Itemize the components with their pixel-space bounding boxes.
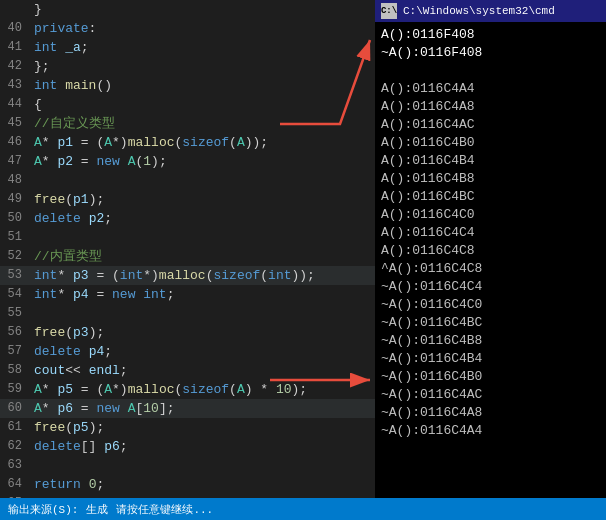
cmd-output-line: ^A():0116C4C8 bbox=[381, 260, 600, 278]
cmd-output-line: A():0116C4B4 bbox=[381, 152, 600, 170]
cmd-output-line: ~A():0116C4C0 bbox=[381, 296, 600, 314]
line-number: 45 bbox=[0, 114, 30, 133]
line-number: 46 bbox=[0, 133, 30, 152]
cmd-output-line: A():0116C4AC bbox=[381, 116, 600, 134]
cmd-output-line: A():0116C4B8 bbox=[381, 170, 600, 188]
line-number: 56 bbox=[0, 323, 30, 342]
code-text: int* p3 = (int*)malloc(sizeof(int)); bbox=[30, 266, 315, 285]
cmd-output-line: ~A():0116C4B0 bbox=[381, 368, 600, 386]
line-number: 47 bbox=[0, 152, 30, 171]
code-text: A* p5 = (A*)malloc(sizeof(A) * 10); bbox=[30, 380, 307, 399]
code-line: 60 A* p6 = new A[10]; bbox=[0, 399, 375, 418]
code-text: A* p2 = new A(1); bbox=[30, 152, 167, 171]
cmd-output-line: A():0116C4C0 bbox=[381, 206, 600, 224]
code-line: 65 } bbox=[0, 494, 375, 498]
code-text: A* p1 = (A*)malloc(sizeof(A)); bbox=[30, 133, 268, 152]
code-line: 48 bbox=[0, 171, 375, 190]
status-extra: 请按任意键继续... bbox=[116, 502, 213, 517]
cmd-output-line: ~A():0116F408 bbox=[381, 44, 600, 62]
line-number: 63 bbox=[0, 456, 30, 475]
line-number: 65 bbox=[0, 494, 30, 498]
cmd-output-line: A():0116C4BC bbox=[381, 188, 600, 206]
line-number: 59 bbox=[0, 380, 30, 399]
line-number: 42 bbox=[0, 57, 30, 76]
code-text: }; bbox=[30, 57, 50, 76]
line-number: 51 bbox=[0, 228, 30, 247]
cmd-output-line bbox=[381, 62, 600, 80]
code-line: 50 delete p2; bbox=[0, 209, 375, 228]
cmd-output-line: A():0116C4A4 bbox=[381, 80, 600, 98]
code-text: } bbox=[30, 494, 42, 498]
cmd-output-line: ~A():0116C4A4 bbox=[381, 422, 600, 440]
code-text: delete p2; bbox=[30, 209, 112, 228]
code-line: 57 delete p4; bbox=[0, 342, 375, 361]
cmd-title: C:\Windows\system32\cmd bbox=[403, 5, 555, 17]
output-value: 生成 bbox=[86, 502, 108, 517]
cmd-icon: C:\ bbox=[381, 3, 397, 19]
line-number: 50 bbox=[0, 209, 30, 228]
code-line: 45 //自定义类型 bbox=[0, 114, 375, 133]
line-number: 60 bbox=[0, 399, 30, 418]
cmd-output-line: ~A():0116C4AC bbox=[381, 386, 600, 404]
line-number: 57 bbox=[0, 342, 30, 361]
cmd-output-line: ~A():0116C4A8 bbox=[381, 404, 600, 422]
line-number: 58 bbox=[0, 361, 30, 380]
code-text: free(p1); bbox=[30, 190, 104, 209]
line-number: 49 bbox=[0, 190, 30, 209]
code-line: 61 free(p5); bbox=[0, 418, 375, 437]
code-line: 63 bbox=[0, 456, 375, 475]
code-line: 52 //内置类型 bbox=[0, 247, 375, 266]
line-number: 55 bbox=[0, 304, 30, 323]
line-number: 54 bbox=[0, 285, 30, 304]
code-line: 41 int _a; bbox=[0, 38, 375, 57]
code-line: 43 int main() bbox=[0, 76, 375, 95]
code-text: { bbox=[30, 95, 42, 114]
line-number: 52 bbox=[0, 247, 30, 266]
code-text: delete[] p6; bbox=[30, 437, 128, 456]
code-text: return 0; bbox=[30, 475, 104, 494]
line-number: 48 bbox=[0, 171, 30, 190]
cmd-panel: C:\ C:\Windows\system32\cmd A():0116F408… bbox=[375, 0, 606, 498]
cmd-output-line: A():0116C4C8 bbox=[381, 242, 600, 260]
line-number: 43 bbox=[0, 76, 30, 95]
cmd-output-line: ~A():0116C4BC bbox=[381, 314, 600, 332]
cmd-output-line: ~A():0116C4B8 bbox=[381, 332, 600, 350]
line-number: 61 bbox=[0, 418, 30, 437]
code-line: 56 free(p3); bbox=[0, 323, 375, 342]
cmd-titlebar: C:\ C:\Windows\system32\cmd bbox=[375, 0, 606, 22]
line-number: 62 bbox=[0, 437, 30, 456]
cmd-output-line: ~A():0116C4C4 bbox=[381, 278, 600, 296]
main-area: } 40 private: 41 int _a; 42 }; 43 int ma… bbox=[0, 0, 606, 498]
code-line: 47 A* p2 = new A(1); bbox=[0, 152, 375, 171]
code-line: 49 free(p1); bbox=[0, 190, 375, 209]
code-panel: } 40 private: 41 int _a; 42 }; 43 int ma… bbox=[0, 0, 375, 498]
line-number: 41 bbox=[0, 38, 30, 57]
code-text: private: bbox=[30, 19, 96, 38]
status-bar: 输出来源(S): 生成 请按任意键继续... bbox=[0, 498, 606, 520]
code-line: 54 int* p4 = new int; bbox=[0, 285, 375, 304]
line-number: 40 bbox=[0, 19, 30, 38]
code-text: } bbox=[30, 0, 42, 19]
cmd-body: A():0116F408 ~A():0116F408 A():0116C4A4 … bbox=[375, 22, 606, 498]
code-text: int main() bbox=[30, 76, 112, 95]
line-number: 53 bbox=[0, 266, 30, 285]
code-text: free(p5); bbox=[30, 418, 104, 437]
code-text: delete p4; bbox=[30, 342, 112, 361]
code-line: 62 delete[] p6; bbox=[0, 437, 375, 456]
code-line: 53 int* p3 = (int*)malloc(sizeof(int)); bbox=[0, 266, 375, 285]
cmd-output-line: A():0116C4C4 bbox=[381, 224, 600, 242]
code-line: 51 bbox=[0, 228, 375, 247]
cmd-output-line: A():0116C4A8 bbox=[381, 98, 600, 116]
code-text: free(p3); bbox=[30, 323, 104, 342]
code-text: A* p6 = new A[10]; bbox=[30, 399, 175, 418]
cmd-icon-label: C:\ bbox=[381, 6, 397, 16]
code-line: 55 bbox=[0, 304, 375, 323]
code-line: 46 A* p1 = (A*)malloc(sizeof(A)); bbox=[0, 133, 375, 152]
code-line: 44 { bbox=[0, 95, 375, 114]
line-number: 44 bbox=[0, 95, 30, 114]
code-line: 40 private: bbox=[0, 19, 375, 38]
code-text: //内置类型 bbox=[30, 247, 102, 266]
code-line: } bbox=[0, 0, 375, 19]
code-line: 58 cout<< endl; bbox=[0, 361, 375, 380]
code-line: 42 }; bbox=[0, 57, 375, 76]
